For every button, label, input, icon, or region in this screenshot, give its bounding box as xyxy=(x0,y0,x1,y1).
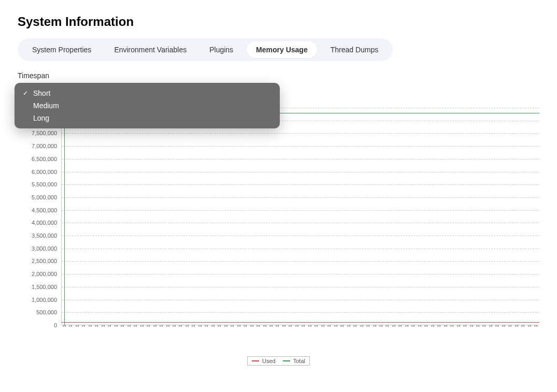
legend-label: Used xyxy=(262,358,276,364)
y-tick: 500,000 xyxy=(36,309,57,315)
grid-line xyxy=(62,236,539,236)
series-start-total xyxy=(64,113,65,325)
chart-x-axis: 14:38:4514:39:4514:40:4514:41:4514:42:45… xyxy=(61,325,539,354)
y-tick: 5,000,000 xyxy=(32,194,57,200)
grid-line xyxy=(62,146,539,147)
y-tick: 5,500,000 xyxy=(32,181,57,187)
y-tick: 7,500,000 xyxy=(32,130,57,136)
grid-line xyxy=(62,300,539,300)
y-tick: 4,500,000 xyxy=(32,207,57,213)
chart-plot xyxy=(61,108,539,325)
y-tick: 0 xyxy=(54,322,57,328)
timespan-option-long[interactable]: Long xyxy=(15,112,280,124)
y-tick: 7,000,000 xyxy=(32,143,57,149)
grid-line xyxy=(62,312,539,313)
grid-line xyxy=(62,172,539,172)
grid-line xyxy=(62,274,539,274)
tab-system-properties[interactable]: System Properties xyxy=(23,41,101,58)
tab-memory-usage[interactable]: Memory Usage xyxy=(247,41,317,58)
tab-bar: System Properties Environment Variables … xyxy=(18,38,393,61)
tab-thread-dumps[interactable]: Thread Dumps xyxy=(321,41,388,58)
memory-usage-chart: 0500,0001,000,0001,500,0002,000,0002,500… xyxy=(18,108,539,366)
timespan-label: Timespan xyxy=(18,71,539,80)
legend-swatch-total xyxy=(283,360,290,361)
grid-line xyxy=(62,223,539,223)
grid-line xyxy=(62,249,539,249)
legend-item-used: Used xyxy=(252,358,276,364)
y-tick: 1,000,000 xyxy=(32,297,57,303)
y-tick: 3,500,000 xyxy=(32,233,57,239)
y-tick: 6,000,000 xyxy=(32,169,57,175)
tab-plugins[interactable]: Plugins xyxy=(200,41,242,58)
tab-environment-variables[interactable]: Environment Variables xyxy=(105,41,196,58)
grid-line xyxy=(62,287,539,287)
timespan-dropdown: ✓ Short Medium Long xyxy=(15,83,280,128)
timespan-select-wrap: ✓ Short Medium Long xyxy=(18,83,277,101)
timespan-option-short[interactable]: ✓ Short xyxy=(15,87,280,99)
chart-legend: Used Total xyxy=(247,356,310,366)
grid-line xyxy=(62,261,539,262)
y-tick: 4,000,000 xyxy=(32,220,57,226)
page-title: System Information xyxy=(18,14,539,29)
timespan-option-medium[interactable]: Medium xyxy=(15,99,280,112)
timespan-option-label: Medium xyxy=(33,101,59,110)
grid-line xyxy=(62,197,539,198)
legend-swatch-used xyxy=(252,360,259,361)
grid-line xyxy=(62,159,539,159)
y-tick: 3,000,000 xyxy=(32,245,57,252)
grid-line xyxy=(62,133,539,134)
timespan-option-label: Short xyxy=(33,89,50,97)
series-used xyxy=(62,322,539,323)
y-tick: 6,500,000 xyxy=(32,156,57,162)
check-icon: ✓ xyxy=(22,90,29,97)
timespan-option-label: Long xyxy=(33,114,49,122)
chart-y-axis: 0500,0001,000,0001,500,0002,000,0002,500… xyxy=(18,108,61,325)
legend-item-total: Total xyxy=(283,358,305,364)
y-tick: 2,000,000 xyxy=(32,271,57,277)
grid-line xyxy=(62,210,539,211)
legend-label: Total xyxy=(293,358,305,364)
grid-line xyxy=(62,184,539,185)
y-tick: 2,500,000 xyxy=(32,258,57,264)
y-tick: 1,500,000 xyxy=(32,284,57,290)
